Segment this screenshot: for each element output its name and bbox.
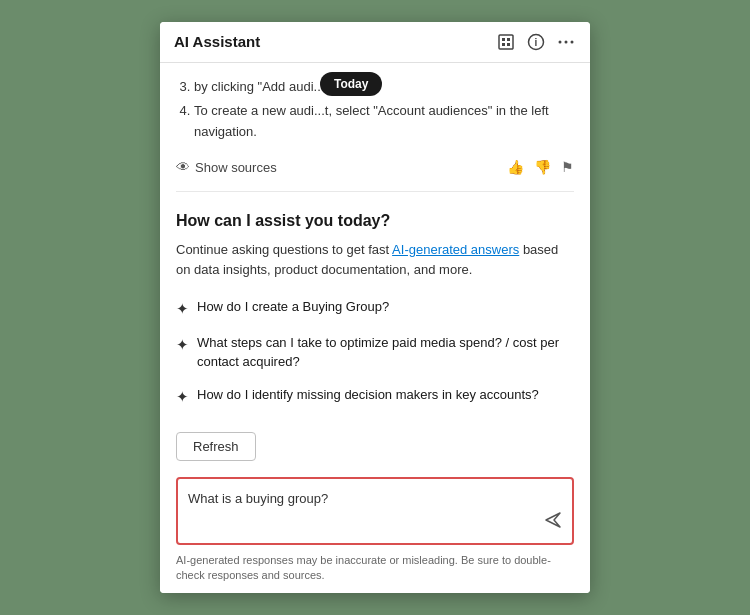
suggestion-text-3: How do I identify missing decision maker… [197, 386, 539, 405]
suggestion-text-1: How do I create a Buying Group? [197, 298, 389, 317]
suggestion-item-1[interactable]: ✦ How do I create a Buying Group? [176, 298, 574, 320]
chat-input[interactable] [178, 479, 572, 539]
svg-point-8 [565, 40, 568, 43]
spark-icon-1: ✦ [176, 298, 189, 320]
send-button[interactable] [542, 509, 564, 535]
frame-icon[interactable] [496, 32, 516, 52]
header-icons-group: i [496, 32, 576, 52]
suggestion-item-2[interactable]: ✦ What steps can I take to optimize paid… [176, 334, 574, 372]
svg-rect-0 [499, 35, 513, 49]
svg-rect-3 [502, 43, 505, 46]
content-area: by clicking "Add audi..." To create a ne… [160, 63, 590, 545]
spark-icon-2: ✦ [176, 334, 189, 356]
eye-icon: 👁 [176, 159, 190, 175]
svg-point-9 [571, 40, 574, 43]
panel-header: AI Assistant i [160, 22, 590, 63]
info-icon[interactable]: i [526, 32, 546, 52]
show-sources-button[interactable]: 👁 Show sources [176, 159, 277, 175]
svg-rect-4 [507, 43, 510, 46]
main-desc-text: Continue asking questions to get fast [176, 242, 392, 257]
spark-icon-3: ✦ [176, 386, 189, 408]
refresh-button[interactable]: Refresh [176, 432, 256, 461]
today-badge: Today [320, 72, 382, 96]
suggestion-item-3[interactable]: ✦ How do I identify missing decision mak… [176, 386, 574, 408]
feedback-icons: 👍 👎 ⚑ [507, 159, 574, 175]
prev-list-item-3: by clicking "Add audi..." [194, 77, 574, 98]
input-area: What is a buying group? [176, 477, 574, 545]
svg-rect-1 [502, 38, 505, 41]
suggestions-list: ✦ How do I create a Buying Group? ✦ What… [176, 298, 574, 407]
ai-assistant-panel: AI Assistant i [160, 22, 590, 594]
main-description: Continue asking questions to get fast AI… [176, 240, 574, 280]
sources-row: 👁 Show sources 👍 👎 ⚑ [176, 151, 574, 192]
svg-text:i: i [535, 37, 538, 48]
prev-list-item-4: To create a new audi...t, select "Accoun… [194, 101, 574, 143]
svg-rect-2 [507, 38, 510, 41]
show-sources-label: Show sources [195, 160, 277, 175]
svg-point-7 [559, 40, 562, 43]
more-icon[interactable] [556, 32, 576, 52]
thumbs-down-icon[interactable]: 👎 [534, 159, 551, 175]
ai-answers-link[interactable]: AI-generated answers [392, 242, 519, 257]
flag-icon[interactable]: ⚑ [561, 159, 574, 175]
disclaimer-text: AI-generated responses may be inaccurate… [160, 545, 590, 594]
panel-title: AI Assistant [174, 33, 260, 50]
suggestion-text-2: What steps can I take to optimize paid m… [197, 334, 574, 372]
main-question: How can I assist you today? [176, 212, 574, 230]
thumbs-up-icon[interactable]: 👍 [507, 159, 524, 175]
